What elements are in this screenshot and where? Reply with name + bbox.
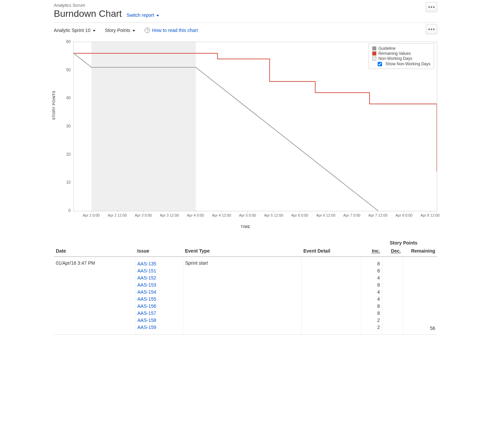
issue-link[interactable]: AAS-156	[138, 303, 181, 310]
cell-issues: AAS-135AAS-151AAS-152AAS-153AAS-154AAS-1…	[135, 257, 183, 335]
cell-inc: 8848448822	[361, 257, 382, 335]
issue-link[interactable]: AAS-155	[138, 296, 181, 303]
x-tick: Apr 8 12:00	[420, 213, 440, 217]
show-nonworking-label: Show Non-Working Days	[385, 62, 430, 66]
chart-actions-button[interactable]	[426, 24, 437, 34]
issue-link[interactable]: AAS-158	[138, 317, 181, 324]
cell-remaining: 56	[403, 257, 437, 335]
x-tick: Apr 6 12:00	[316, 213, 335, 217]
inc-value: 2	[364, 317, 380, 324]
y-axis-title: STORY POINTS	[52, 90, 56, 120]
ellipsis-icon	[428, 6, 435, 8]
burndown-chart: STORY POINTS Guideline Remaining Values …	[54, 40, 437, 229]
legend-guideline-label: Guideline	[378, 46, 395, 51]
show-nonworking-checkbox[interactable]	[378, 62, 382, 66]
x-tick: Apr 7 0:00	[343, 213, 361, 217]
y-tick: 60	[63, 39, 71, 44]
help-link[interactable]: ? How to read this chart	[145, 28, 198, 33]
chevron-down-icon	[156, 15, 159, 16]
x-tick: Apr 5 0:00	[239, 213, 256, 217]
ellipsis-icon	[428, 29, 435, 30]
guideline-swatch	[372, 46, 376, 50]
inc-value: 8	[364, 310, 380, 317]
inc-value: 8	[364, 260, 380, 267]
story-points-superheader: Story Points	[370, 240, 437, 246]
y-tick: 40	[63, 96, 71, 100]
remaining-swatch	[372, 51, 376, 55]
col-issue[interactable]: Issue	[135, 246, 183, 257]
issue-link[interactable]: AAS-159	[138, 324, 181, 331]
x-tick: Apr 7 12:00	[368, 213, 387, 217]
y-tick: 10	[63, 180, 71, 185]
col-dec[interactable]: Dec.	[382, 246, 403, 257]
legend-remaining-label: Remaining Values	[378, 51, 411, 56]
help-icon: ?	[145, 28, 150, 33]
inc-value: 8	[364, 267, 380, 274]
col-event-detail[interactable]: Event Detail	[301, 246, 361, 257]
cell-event-type: Sprint start	[183, 257, 301, 335]
chevron-down-icon	[93, 30, 96, 32]
page-actions-button[interactable]	[426, 2, 437, 12]
sprint-selector[interactable]: Analytic Sprint 10	[54, 28, 96, 33]
x-tick: Apr 4 12:00	[212, 213, 231, 217]
inc-value: 8	[364, 282, 380, 289]
x-tick: Apr 2 12:00	[108, 213, 127, 217]
chart-plot-area[interactable]: Guideline Remaining Values Non-Working D…	[73, 42, 437, 211]
table-header-row: Date Issue Event Type Event Detail Inc. …	[54, 246, 437, 257]
y-tick: 20	[63, 152, 71, 157]
col-date[interactable]: Date	[54, 246, 135, 257]
chart-legend: Guideline Remaining Values Non-Working D…	[369, 43, 434, 69]
x-tick: Apr 6 0:00	[291, 213, 308, 217]
nonworking-swatch	[372, 57, 376, 61]
legend-nonworking-label: Non-Working Days	[378, 56, 412, 61]
x-tick: Apr 3 0:00	[135, 213, 152, 217]
cell-dec	[382, 257, 403, 335]
switch-report-label: Switch report	[126, 12, 154, 18]
help-link-label: How to read this chart	[152, 28, 198, 33]
unit-selector-label: Story Points	[105, 28, 130, 33]
x-tick: Apr 3 12:00	[160, 213, 179, 217]
issue-link[interactable]: AAS-153	[138, 282, 181, 289]
inc-value: 4	[364, 274, 380, 282]
events-table: Story Points Date Issue Event Type Event…	[54, 240, 437, 335]
issue-link[interactable]: AAS-152	[138, 274, 181, 282]
inc-value: 2	[364, 324, 380, 331]
chevron-down-icon	[133, 30, 135, 32]
issue-link[interactable]: AAS-151	[138, 267, 181, 274]
x-tick: Apr 5 12:00	[264, 213, 283, 217]
cell-date: 01/Apr/16 3:47 PM	[54, 257, 135, 335]
y-tick: 50	[63, 68, 71, 72]
unit-selector[interactable]: Story Points	[105, 28, 135, 33]
inc-value: 4	[364, 289, 380, 296]
page-title: Burndown Chart	[54, 8, 122, 19]
cell-event-detail	[301, 257, 361, 335]
issue-link[interactable]: AAS-135	[138, 260, 181, 267]
table-row: 01/Apr/16 3:47 PM AAS-135AAS-151AAS-152A…	[54, 257, 437, 335]
col-remaining[interactable]: Remaining	[403, 246, 437, 257]
col-event-type[interactable]: Event Type	[183, 246, 301, 257]
sprint-selector-label: Analytic Sprint 10	[54, 28, 90, 33]
col-inc[interactable]: Inc.	[361, 246, 382, 257]
x-tick: Apr 8 0:00	[395, 213, 413, 217]
y-tick: 30	[63, 124, 71, 128]
breadcrumb[interactable]: Analytics Scrum	[54, 3, 437, 8]
inc-value: 8	[364, 303, 380, 310]
x-tick: Apr 2 0:00	[83, 213, 100, 217]
issue-link[interactable]: AAS-154	[138, 289, 181, 296]
inc-value: 4	[364, 296, 380, 303]
issue-link[interactable]: AAS-157	[138, 310, 181, 317]
switch-report-link[interactable]: Switch report	[126, 12, 159, 18]
x-tick: Apr 4 0:00	[187, 213, 204, 217]
x-axis-title: TIME	[241, 225, 250, 229]
y-tick: 0	[63, 208, 71, 213]
